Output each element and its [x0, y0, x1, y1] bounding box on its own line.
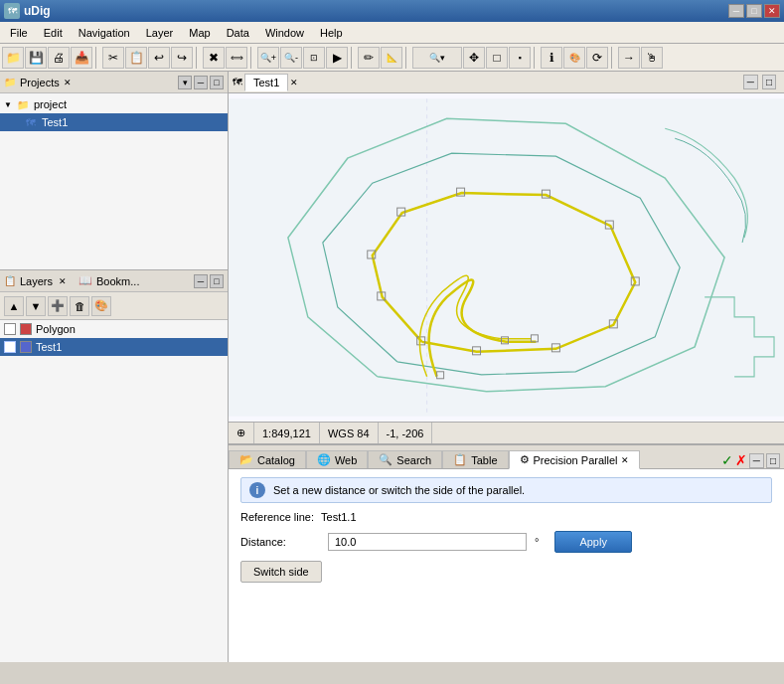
draw-button[interactable]: ✏: [358, 47, 380, 69]
status-bar: ⊕ 1:849,121 WGS 84 -1, -206: [229, 422, 784, 443]
precision-tab-close[interactable]: ✕: [621, 455, 629, 465]
map-view-header: 🗺 Test1 ✕ ─ □: [229, 72, 784, 93]
maximize-button[interactable]: □: [746, 4, 762, 18]
layers-header: 📋 Layers ✕ 📖 Bookm... ─ □: [0, 270, 228, 292]
menu-bar: File Edit Navigation Layer Map Data Wind…: [0, 22, 784, 44]
info-button[interactable]: ℹ: [541, 47, 562, 69]
layers-min-btn[interactable]: ─: [194, 274, 208, 288]
zoom-dropdown[interactable]: 🔍▾: [412, 47, 462, 69]
tab-search[interactable]: 🔍 Search: [368, 450, 442, 468]
web-icon: 🌐: [317, 453, 331, 466]
remove-layer-button[interactable]: 🗑: [70, 296, 89, 316]
catalog-label: Catalog: [257, 454, 295, 466]
projects-title: Projects: [20, 77, 60, 88]
minimize-button[interactable]: ─: [728, 4, 744, 18]
forward-button[interactable]: →: [618, 47, 640, 69]
tab-catalog[interactable]: 📂 Catalog: [229, 450, 306, 468]
undo-button[interactable]: ↩: [148, 47, 170, 69]
test1-label: Test1: [42, 116, 68, 128]
bottom-min-btn[interactable]: ─: [749, 453, 764, 468]
print-button[interactable]: 🖨: [48, 47, 70, 69]
measure-button[interactable]: 📐: [381, 47, 402, 69]
copy-button[interactable]: 📋: [125, 47, 147, 69]
menu-map[interactable]: Map: [181, 25, 218, 41]
save-button[interactable]: 💾: [25, 47, 47, 69]
move-button[interactable]: ✥: [463, 47, 485, 69]
menu-edit[interactable]: Edit: [36, 25, 71, 41]
distance-row: Distance: ° Apply: [240, 531, 772, 553]
map-tab[interactable]: Test1: [244, 74, 288, 91]
refresh-button[interactable]: ⟳: [586, 47, 608, 69]
map-min-btn[interactable]: ─: [743, 75, 758, 89]
bookmarks-label[interactable]: Bookm...: [96, 275, 139, 287]
fit-button[interactable]: ⟺: [226, 47, 247, 69]
svg-rect-0: [229, 98, 784, 416]
layer-polygon[interactable]: Polygon: [0, 320, 228, 338]
zoom-out-button[interactable]: 🔍-: [280, 47, 302, 69]
menu-help[interactable]: Help: [312, 25, 351, 41]
import-button[interactable]: 📥: [71, 47, 92, 69]
catalog-icon: 📂: [239, 453, 253, 466]
map-svg: [229, 93, 784, 422]
style-button[interactable]: 🎨: [563, 47, 585, 69]
switch-side-button[interactable]: Switch side: [240, 561, 322, 583]
polygon-color: [20, 323, 32, 335]
test1-checkbox[interactable]: [4, 341, 16, 353]
checkmark-btn[interactable]: ✓: [721, 452, 733, 468]
rect-button[interactable]: □: [486, 47, 508, 69]
cancel-btn[interactable]: ✗: [735, 452, 747, 468]
map-max-btn[interactable]: □: [762, 75, 776, 89]
test1-color: [20, 341, 32, 353]
projects-min-btn[interactable]: ─: [194, 76, 208, 89]
search-label: Search: [396, 454, 431, 466]
polygon-checkbox[interactable]: [4, 323, 16, 335]
zoom-extent-button[interactable]: ⊡: [303, 47, 325, 69]
right-panel: 🗺 Test1 ✕ ─ □: [229, 72, 784, 662]
map-canvas[interactable]: [229, 93, 784, 422]
layers-max-btn[interactable]: □: [210, 274, 224, 288]
fill-button[interactable]: ▪: [509, 47, 531, 69]
cursor-button[interactable]: 🖱: [641, 47, 663, 69]
menu-layer[interactable]: Layer: [138, 25, 182, 41]
projects-panel: 📁 Projects ✕ ▾ ─ □ ▼ 📁 project 🗺: [0, 72, 228, 270]
map-tab-close[interactable]: ✕: [290, 78, 298, 87]
layers-tab-close[interactable]: ✕: [59, 276, 67, 286]
zoom-in-button[interactable]: 🔍+: [257, 47, 279, 69]
delete-button[interactable]: ✖: [203, 47, 225, 69]
tab-table[interactable]: 📋 Table: [442, 450, 508, 468]
add-layer-button[interactable]: ➕: [48, 296, 68, 316]
redo-button[interactable]: ↪: [171, 47, 193, 69]
layer-style-button[interactable]: 🎨: [91, 296, 111, 316]
menu-data[interactable]: Data: [219, 25, 257, 41]
distance-input[interactable]: [328, 533, 527, 551]
bookmarks-tab[interactable]: 📖: [78, 274, 92, 287]
tab-precision-parallel[interactable]: ⚙ Precision Parallel ✕: [509, 450, 641, 469]
close-button[interactable]: ✕: [764, 4, 780, 18]
menu-file[interactable]: File: [2, 25, 36, 41]
bottom-max-btn[interactable]: □: [766, 453, 780, 468]
project-label: project: [34, 98, 67, 110]
move-down-button[interactable]: ▼: [26, 296, 46, 316]
cut-button[interactable]: ✂: [102, 47, 124, 69]
distance-unit: °: [535, 536, 539, 548]
new-button[interactable]: 📁: [2, 47, 24, 69]
layers-panel: 📋 Layers ✕ 📖 Bookm... ─ □ ▲ ▼ ➕ 🗑 🎨: [0, 270, 228, 662]
table-label: Table: [471, 454, 497, 466]
projects-menu-btn[interactable]: ▾: [178, 76, 192, 89]
pan-button[interactable]: ▶: [326, 47, 348, 69]
projects-tab-close[interactable]: ✕: [64, 78, 72, 87]
precision-label: Precision Parallel: [534, 454, 618, 466]
menu-window[interactable]: Window: [257, 25, 312, 41]
expand-arrow: ▼: [4, 100, 12, 109]
tab-web[interactable]: 🌐 Web: [306, 450, 368, 468]
menu-navigation[interactable]: Navigation: [71, 25, 138, 41]
projects-icon: 📁: [4, 77, 16, 87]
apply-button[interactable]: Apply: [554, 531, 632, 553]
projects-max-btn[interactable]: □: [210, 76, 224, 89]
move-up-button[interactable]: ▲: [4, 296, 24, 316]
layers-toolbar: ▲ ▼ ➕ 🗑 🎨: [0, 292, 228, 320]
tree-test1[interactable]: 🗺 Test1: [0, 113, 228, 131]
layer-test1[interactable]: Test1: [0, 338, 228, 356]
tree-project[interactable]: ▼ 📁 project: [0, 95, 228, 113]
status-scale: 1:849,121: [254, 423, 320, 443]
